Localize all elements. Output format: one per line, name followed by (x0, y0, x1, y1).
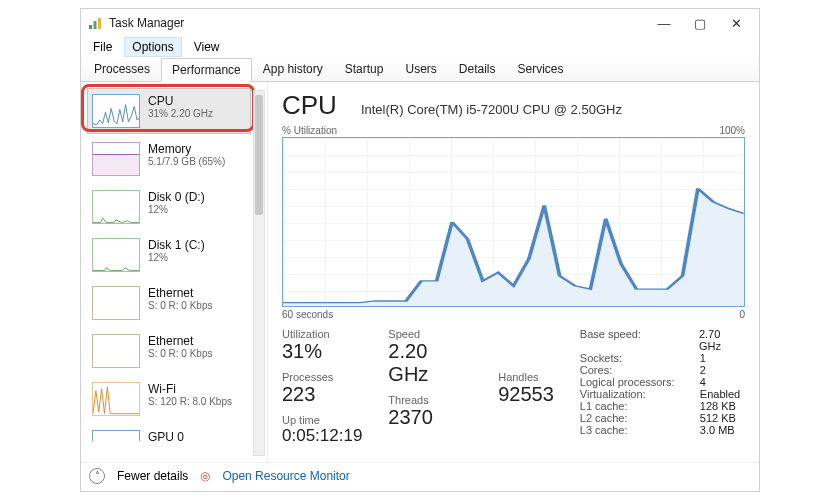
sidebar-item-gpu0[interactable]: GPU 0 (87, 424, 251, 442)
ethernet-mini-chart-icon (92, 286, 140, 320)
cpu-stats: Utilization 31% Processes 223 Up time 0:… (282, 328, 745, 446)
x-axis-left: 60 seconds (282, 309, 333, 320)
spec-val: Enabled (700, 388, 740, 400)
x-axis-right: 0 (739, 309, 745, 320)
menu-view[interactable]: View (186, 37, 228, 57)
sidebar-item-ethernet-2[interactable]: Ethernet S: 0 R: 0 Kbps (87, 328, 251, 374)
spec-key: Sockets: (580, 352, 690, 364)
cpu-processor-name: Intel(R) Core(TM) i5-7200U CPU @ 2.50GHz (361, 102, 622, 117)
spec-key: L3 cache: (580, 424, 690, 436)
footer-bar: ˄ Fewer details ◎ Open Resource Monitor (81, 462, 759, 488)
spec-key: Base speed: (580, 328, 689, 352)
chevron-up-icon[interactable]: ˄ (89, 468, 105, 484)
spec-val: 4 (700, 376, 706, 388)
tab-details[interactable]: Details (448, 57, 507, 81)
utilization-value: 31% (282, 340, 362, 363)
sidebar-item-label: Memory (148, 142, 225, 156)
sidebar-item-label: Disk 1 (C:) (148, 238, 205, 252)
threads-value: 2370 (388, 406, 472, 429)
tab-users[interactable]: Users (394, 57, 447, 81)
tab-app-history[interactable]: App history (252, 57, 334, 81)
spec-key: L2 cache: (580, 412, 690, 424)
wifi-mini-chart-icon (92, 382, 140, 416)
cpu-utilization-chart (282, 137, 745, 307)
task-manager-window: Task Manager — ▢ ✕ File Options View Pro… (80, 8, 760, 492)
sidebar-item-disk1[interactable]: Disk 1 (C:) 12% (87, 232, 251, 278)
main-area: CPU 31% 2.20 GHz Memory 5.1/7.9 GB (65%) (81, 82, 759, 462)
menu-bar: File Options View (81, 37, 759, 57)
menu-file[interactable]: File (85, 37, 120, 57)
threads-label: Threads (388, 394, 472, 406)
speed-label: Speed (388, 328, 472, 340)
tab-services[interactable]: Services (507, 57, 575, 81)
tab-startup[interactable]: Startup (334, 57, 395, 81)
speed-value: 2.20 GHz (388, 340, 472, 386)
uptime-label: Up time (282, 414, 362, 426)
gpu-mini-chart-icon (92, 430, 140, 442)
sidebar-item-sub: 31% 2.20 GHz (148, 108, 213, 119)
sidebar-item-wifi[interactable]: Wi-Fi S: 120 R: 8.0 Kbps (87, 376, 251, 422)
sidebar-item-ethernet-1[interactable]: Ethernet S: 0 R: 0 Kbps (87, 280, 251, 326)
sidebar-item-disk0[interactable]: Disk 0 (D:) 12% (87, 184, 251, 230)
close-button[interactable]: ✕ (727, 16, 745, 31)
sidebar-item-label: Ethernet (148, 334, 212, 348)
svg-rect-2 (98, 18, 101, 29)
maximize-button[interactable]: ▢ (691, 16, 709, 31)
sidebar-item-label: GPU 0 (148, 430, 184, 442)
processes-value: 223 (282, 383, 362, 406)
spec-val: 128 KB (700, 400, 736, 412)
tab-performance[interactable]: Performance (161, 58, 252, 82)
open-resource-monitor-link[interactable]: Open Resource Monitor (222, 469, 349, 483)
sidebar-item-sub: 12% (148, 252, 205, 263)
sidebar-item-label: CPU (148, 94, 213, 108)
menu-options[interactable]: Options (124, 37, 181, 57)
utilization-label: Utilization (282, 328, 362, 340)
sidebar-scrollbar[interactable] (253, 90, 265, 456)
spec-key: L1 cache: (580, 400, 690, 412)
handles-value: 92553 (498, 383, 554, 406)
tab-bar: Processes Performance App history Startu… (81, 57, 759, 82)
spec-key: Cores: (580, 364, 690, 376)
sidebar-item-label: Wi-Fi (148, 382, 232, 396)
svg-rect-1 (94, 21, 97, 29)
ethernet-mini-chart-icon (92, 334, 140, 368)
sidebar-item-sub: S: 0 R: 0 Kbps (148, 348, 212, 359)
spec-val: 512 KB (700, 412, 736, 424)
resource-monitor-icon: ◎ (200, 469, 210, 483)
spec-val: 2.70 GHz (699, 328, 745, 352)
minimize-button[interactable]: — (655, 16, 673, 31)
sidebar-item-label: Ethernet (148, 286, 212, 300)
svg-rect-3 (93, 154, 139, 175)
cpu-mini-chart-icon (92, 94, 140, 128)
sidebar-item-cpu[interactable]: CPU 31% 2.20 GHz (87, 88, 251, 134)
sidebar-item-sub: S: 0 R: 0 Kbps (148, 300, 212, 311)
sidebar-item-memory[interactable]: Memory 5.1/7.9 GB (65%) (87, 136, 251, 182)
processes-label: Processes (282, 371, 362, 383)
pane-header: CPU Intel(R) Core(TM) i5-7200U CPU @ 2.5… (282, 90, 745, 121)
cpu-pane: CPU Intel(R) Core(TM) i5-7200U CPU @ 2.5… (267, 82, 759, 462)
spec-key: Logical processors: (580, 376, 690, 388)
performance-sidebar: CPU 31% 2.20 GHz Memory 5.1/7.9 GB (65%) (81, 82, 267, 462)
memory-mini-chart-icon (92, 142, 140, 176)
y-axis-max: 100% (719, 125, 745, 136)
app-icon (87, 15, 103, 31)
cpu-spec-table: Base speed:2.70 GHz Sockets:1 Cores:2 Lo… (580, 328, 745, 446)
spec-val: 1 (700, 352, 706, 364)
spec-val: 2 (700, 364, 706, 376)
pane-title: CPU (282, 90, 337, 121)
disk-mini-chart-icon (92, 190, 140, 224)
title-bar: Task Manager — ▢ ✕ (81, 9, 759, 37)
uptime-value: 0:05:12:19 (282, 426, 362, 446)
tab-processes[interactable]: Processes (83, 57, 161, 81)
fewer-details-button[interactable]: Fewer details (117, 469, 188, 483)
handles-label: Handles (498, 371, 554, 383)
spec-val: 3.0 MB (700, 424, 735, 436)
sidebar-item-sub: 5.1/7.9 GB (65%) (148, 156, 225, 167)
svg-rect-0 (89, 25, 92, 29)
window-title: Task Manager (109, 16, 655, 30)
svg-marker-4 (283, 188, 744, 306)
y-axis-label-top: % Utilization (282, 125, 337, 136)
spec-key: Virtualization: (580, 388, 690, 400)
sidebar-item-sub: S: 120 R: 8.0 Kbps (148, 396, 232, 407)
sidebar-item-label: Disk 0 (D:) (148, 190, 205, 204)
